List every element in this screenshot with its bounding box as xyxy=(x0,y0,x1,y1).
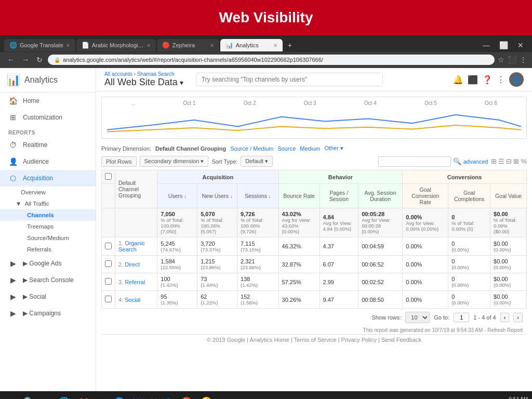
reload-btn[interactable]: ↻ xyxy=(34,55,45,65)
sidebar-social[interactable]: ▶ ▶ Social xyxy=(0,288,96,305)
sidebar-item-audience[interactable]: 👤 Audience xyxy=(0,153,96,170)
outlook-icon[interactable]: O xyxy=(162,395,176,400)
sidebar-item-customization[interactable]: ⊞ Customization xyxy=(0,109,96,126)
tab-close-btn[interactable]: ✕ xyxy=(66,43,70,48)
row-bounce: 30.26% xyxy=(278,291,320,309)
chrome-icon[interactable]: 🔵 xyxy=(111,394,128,399)
restore-btn[interactable]: ⬜ xyxy=(495,41,512,49)
menu-icon[interactable]: ⋮ xyxy=(520,56,527,64)
secondary-dim-btn[interactable]: Secondary dimension ▾ xyxy=(140,156,209,167)
row-checkbox[interactable] xyxy=(105,243,112,249)
mail-icon[interactable]: ✉ xyxy=(95,394,109,399)
app-icon-8[interactable]: 🟡 xyxy=(197,394,215,399)
start-btn[interactable]: ⊞ xyxy=(4,394,18,399)
avg-session-header[interactable]: Avg. Session Duration xyxy=(358,184,403,208)
row-avg-session: 00:04:59 xyxy=(358,237,403,256)
sidebar-referrals[interactable]: Referrals xyxy=(0,244,96,255)
grid-view-icon[interactable]: ⊞ xyxy=(491,157,497,165)
tab-close-btn[interactable]: ✕ xyxy=(273,43,277,48)
sidebar-item-realtime[interactable]: ⏱ Realtime xyxy=(0,137,96,153)
help-icon[interactable]: ❓ xyxy=(482,75,493,85)
sidebar-campaigns[interactable]: ▶ ▶ Campaigns xyxy=(0,305,96,322)
prev-page-btn[interactable]: ‹ xyxy=(500,313,510,322)
bounce-rate-header[interactable]: Bounce Rate xyxy=(278,184,320,208)
next-page-btn[interactable]: › xyxy=(513,313,523,322)
sidebar-overview[interactable]: Overview xyxy=(0,187,96,198)
tab-arabic[interactable]: 📄 Arabic Morphological Tools for T... ✕ xyxy=(76,39,156,51)
row-checkbox-cell[interactable] xyxy=(102,237,115,256)
list-view-icon[interactable]: ☰ xyxy=(498,157,504,165)
sessions-header[interactable]: Sessions ↓ xyxy=(237,184,279,208)
sidebar-all-traffic[interactable]: ▼ All Traffic xyxy=(0,198,96,209)
dim-link-3[interactable]: Medium xyxy=(300,145,320,152)
avatar[interactable]: 👤 xyxy=(509,72,524,87)
users-header[interactable]: Users ↓ xyxy=(157,184,197,208)
bookmark-icon[interactable]: ☆ xyxy=(498,56,504,64)
grid-icon[interactable]: ⬛ xyxy=(468,75,478,85)
show-rows-select[interactable]: 10 25 50 xyxy=(405,312,430,323)
compare-icon[interactable]: ⊟ xyxy=(506,157,512,165)
word-icon[interactable]: W xyxy=(130,395,145,400)
app-icon-7[interactable]: 🔴 xyxy=(178,394,195,399)
sidebar-item-acquisition[interactable]: ⬡ Acquisition xyxy=(0,170,96,187)
page-range: 1 - 4 of 4 xyxy=(473,314,496,321)
sidebar-google-ads[interactable]: ▶ ▶ Google Ads xyxy=(0,255,96,272)
sort-default-btn[interactable]: Default ▾ xyxy=(241,156,273,167)
goal-comp-header[interactable]: Goal Completions xyxy=(448,184,490,208)
breadcrumb-shamaa[interactable]: Shamaa Search xyxy=(137,71,175,77)
goal-value-header[interactable]: Goal Value xyxy=(490,184,527,208)
row-checkbox[interactable] xyxy=(105,296,112,302)
tab-zepheira[interactable]: 🔴 Zepheira ✕ xyxy=(157,39,219,51)
sidebar-item-home[interactable]: 🏠 Home xyxy=(0,92,96,109)
url-input[interactable]: 🔒 analytics.google.com/analytics/web/#/r… xyxy=(48,55,495,65)
select-all-checkbox[interactable] xyxy=(105,173,112,180)
tab-google-translate[interactable]: 🌐 Google Translate ✕ xyxy=(4,39,75,51)
breadcrumb-all-accounts[interactable]: All accounts xyxy=(104,71,132,77)
advanced-link[interactable]: advanced xyxy=(463,158,488,165)
tab-close-btn[interactable]: ✕ xyxy=(210,43,214,48)
dim-link-1[interactable]: Source / Medium xyxy=(230,145,273,152)
excel-icon[interactable]: X xyxy=(148,395,160,400)
close-btn[interactable]: ✕ xyxy=(513,41,528,49)
task-view-btn[interactable]: ⧉ xyxy=(40,395,53,400)
table-search-input[interactable] xyxy=(378,156,451,167)
sidebar-search-console[interactable]: ▶ ▶ Search Console xyxy=(0,272,96,288)
new-tab-btn[interactable]: + xyxy=(284,38,296,52)
tab-analytics[interactable]: 📊 Analytics ✕ xyxy=(220,39,283,51)
dim-link-2[interactable]: Source xyxy=(277,145,296,152)
percent-icon[interactable]: % xyxy=(521,157,527,165)
edge-icon[interactable]: 🌐 xyxy=(55,394,73,399)
new-users-header[interactable]: New Users ↓ xyxy=(197,184,237,208)
goal-conv-header[interactable]: Goal Conversion Rate xyxy=(403,184,448,208)
row-checkbox[interactable] xyxy=(105,278,112,285)
folder-icon[interactable]: 📁 xyxy=(75,394,92,399)
channel-link[interactable]: Direct xyxy=(125,261,140,268)
plot-rows-btn[interactable]: Plot Rows xyxy=(101,156,137,167)
notification-icon[interactable]: 🔔 xyxy=(453,75,463,85)
row-checkbox[interactable] xyxy=(105,260,112,267)
search-taskbar-btn[interactable]: 🔍 xyxy=(20,394,38,399)
row-checkbox-cell[interactable] xyxy=(102,256,115,273)
row-avg-session: 00:06:52 xyxy=(358,256,403,273)
row-checkbox-cell[interactable] xyxy=(102,291,115,309)
channel-link[interactable]: Referral xyxy=(125,279,145,285)
extensions-icon[interactable]: ⬛ xyxy=(508,56,516,64)
sidebar-channels[interactable]: Channels xyxy=(0,209,96,221)
tab-close-btn[interactable]: ✕ xyxy=(147,43,151,48)
channel-link[interactable]: Social xyxy=(125,297,140,303)
page-input[interactable] xyxy=(454,313,469,322)
more-icon[interactable]: ⋮ xyxy=(497,75,505,85)
dropdown-arrow-icon[interactable]: ▾ xyxy=(180,78,183,87)
pivot-icon[interactable]: ⊠ xyxy=(513,157,519,165)
search-area[interactable] xyxy=(196,73,441,86)
search-input[interactable] xyxy=(196,73,383,86)
dim-link-other[interactable]: Other ▾ xyxy=(324,145,343,152)
back-btn[interactable]: ← xyxy=(5,55,17,65)
sidebar-source-medium[interactable]: Source/Medium xyxy=(0,232,96,244)
pages-session-header[interactable]: Pages / Session xyxy=(320,184,358,208)
minimize-btn[interactable]: — xyxy=(478,41,494,49)
sidebar-treemaps[interactable]: Treemaps xyxy=(0,221,96,232)
forward-btn[interactable]: → xyxy=(20,55,31,65)
search-icon[interactable]: 🔍 xyxy=(453,157,461,165)
row-checkbox-cell[interactable] xyxy=(102,273,115,291)
